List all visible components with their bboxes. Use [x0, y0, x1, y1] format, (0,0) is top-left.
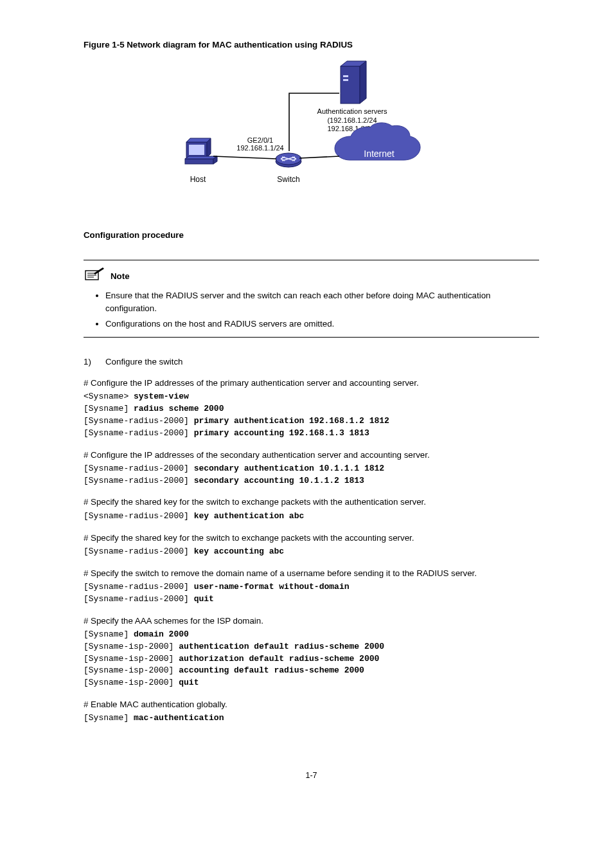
cmd-block: <Sysname> system-view [Sysname] radius s…: [84, 391, 539, 439]
cmd-block: [Sysname-radius-2000] secondary authenti…: [84, 463, 539, 487]
host-label: Host: [190, 175, 206, 184]
network-diagram: Authentication servers (192.168.1.2/24 1…: [84, 59, 539, 203]
divider: [84, 260, 539, 260]
step-label: Configure the switch: [105, 357, 182, 366]
note-bullets: Ensure that the RADIUS server and the sw…: [84, 289, 539, 330]
svg-line-17: [299, 156, 339, 158]
svg-rect-8: [189, 145, 204, 155]
svg-rect-3: [343, 75, 348, 77]
cmd-block: [Sysname-radius-2000] key authentication…: [84, 511, 539, 523]
server-icon: [341, 61, 366, 104]
internet-label: Internet: [364, 149, 395, 159]
cmd-block: [Sysname] mac-authentication: [84, 712, 539, 725]
config-procedure-heading: Configuration procedure: [84, 229, 539, 241]
cmd-description: # Specify the AAA schemes for the ISP do…: [84, 615, 539, 627]
cmd-block: [Sysname-radius-2000] user-name-format w…: [84, 581, 539, 606]
cmd-description: # Specify the shared key for the switch …: [84, 496, 539, 508]
page-number: 1-7: [84, 770, 539, 781]
switch-label: Switch: [277, 175, 299, 184]
cmd-block: [Sysname-radius-2000] key accounting abc: [84, 546, 539, 558]
cmd-description: # Configure the IP addresses of the seco…: [84, 449, 539, 461]
step-number: 1): [84, 357, 91, 366]
iface-line1: GE2/0/1: [247, 136, 272, 144]
note-icon: [84, 267, 107, 285]
cmd-block: [Sysname] domain 2000 [Sysname-isp-2000]…: [84, 629, 539, 689]
svg-rect-0: [341, 66, 360, 104]
auth-ips-line1: (192.168.1.2/24: [327, 116, 377, 124]
svg-marker-7: [207, 138, 211, 158]
svg-marker-2: [360, 61, 366, 104]
auth-servers-label: Authentication servers: [317, 107, 387, 115]
svg-rect-9: [185, 159, 213, 164]
note-label: Note: [111, 270, 130, 282]
cmd-description: # Specify the switch to remove the domai…: [84, 567, 539, 579]
cmd-description: # Enable MAC authentication globally.: [84, 698, 539, 710]
switch-icon: [276, 153, 301, 167]
svg-line-16: [213, 156, 276, 159]
svg-rect-4: [343, 79, 348, 81]
note-section: Note Ensure that the RADIUS server and t…: [84, 260, 539, 338]
cmd-description: # Configure the IP addresses of the prim…: [84, 377, 539, 389]
cmd-description: # Specify the shared key for the switch …: [84, 532, 539, 544]
list-item: Configurations on the host and RADIUS se…: [105, 318, 539, 330]
list-item: Ensure that the RADIUS server and the sw…: [105, 289, 539, 315]
iface-line2: 192.168.1.1/24: [236, 144, 283, 152]
figure-title: Figure 1-5 Network diagram for MAC authe…: [84, 39, 539, 51]
host-icon: [185, 138, 217, 164]
divider: [84, 337, 539, 338]
svg-marker-10: [185, 156, 217, 159]
step-1: 1) Configure the switch: [84, 356, 539, 368]
